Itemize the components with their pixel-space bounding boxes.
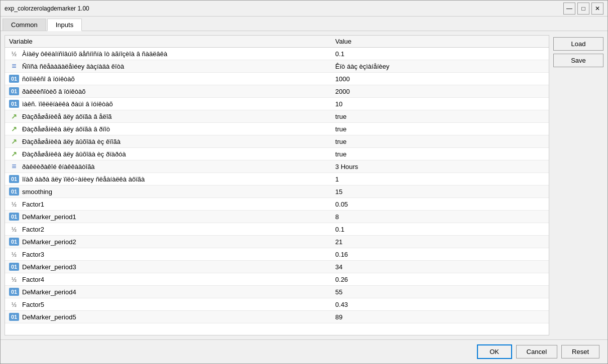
value-cell: true — [331, 123, 549, 135]
var-cell: ≡ Ñïïñà ñëåààäàëåìéey äàçíàäà êïòà — [9, 62, 327, 70]
col-header-value: Value — [331, 36, 549, 48]
var-cell: ½ Factor2 — [9, 225, 327, 233]
arrow-icon: ↗ — [9, 125, 19, 133]
variable-name: DeMarker_period4 — [22, 288, 76, 296]
load-button[interactable]: Load — [553, 37, 603, 51]
variable-name: Factor2 — [22, 226, 44, 233]
int-icon: 01 — [9, 188, 19, 196]
variable-name: DeMarker_period1 — [22, 213, 76, 221]
tab-inputs[interactable]: Inputs — [47, 19, 82, 31]
variables-table: Variable Value ½ Àíàëy ôêëàîíñîâùîõ äåñí… — [5, 36, 549, 323]
table-row[interactable]: ½ Factor1 0.05 — [5, 198, 549, 211]
int-icon: 01 — [9, 213, 19, 221]
cancel-button[interactable]: Cancel — [516, 345, 557, 358]
value-cell: 1 — [331, 173, 549, 186]
var-cell: 01 ìàêñ. ïîêëëíàëêà ðàùì â ïóíêòàõ — [9, 100, 327, 108]
table-row[interactable]: 01 ñòîìëêñî â ïóíêòàõ 1000 — [5, 73, 549, 85]
variable-name: Factor1 — [22, 201, 44, 208]
value-cell: 0.26 — [331, 273, 549, 286]
int-icon: 01 — [9, 263, 19, 271]
maximize-button[interactable]: □ — [577, 3, 589, 15]
close-button[interactable]: ✕ — [591, 3, 603, 15]
value-cell: 55 — [331, 286, 549, 298]
window-title: exp_colorzerolagdemarker 1.00 — [5, 5, 563, 12]
variable-name: Factor5 — [22, 301, 44, 308]
var-cell: ½ Factor1 — [9, 200, 327, 208]
var-cell: 01 ñòîìëêñî â ïóíêòàõ — [9, 75, 327, 83]
value-cell: 0.05 — [331, 198, 549, 211]
table-row[interactable]: 01 DeMarker_period4 55 — [5, 286, 549, 298]
save-button[interactable]: Save — [553, 54, 603, 67]
variable-name: Ðàçðåøåíèêà äëy âûõîäà èç êïîãà — [22, 138, 120, 145]
value-cell: 0.16 — [331, 248, 549, 261]
minimize-button[interactable]: — — [563, 3, 575, 15]
table-row[interactable]: 01 ìàêñ. ïîêëëíàëêà ðàùì â ïóíêòàõ 10 — [5, 98, 549, 110]
arrow-icon: ↗ — [9, 150, 19, 158]
var-cell: 01 DeMarker_period1 — [9, 213, 327, 221]
window-controls: — □ ✕ — [563, 3, 603, 15]
table-row[interactable]: 01 DeMarker_period1 8 — [5, 211, 549, 223]
table-row[interactable]: 01 DeMarker_period5 89 — [5, 311, 549, 323]
value-cell: 10 — [331, 98, 549, 110]
table-row[interactable]: ↗ Ðàçðåøåíèêà äëy áôïãà â ðïîò true — [5, 123, 549, 135]
int-icon: 01 — [9, 238, 19, 246]
table-container[interactable]: Variable Value ½ Àíàëy ôêëàîíñîâùîõ äåñí… — [5, 35, 549, 335]
footer: OK Cancel Reset — [1, 339, 607, 363]
var-cell: 01 DeMarker_period2 — [9, 238, 327, 246]
variable-name: DeMarker_period3 — [22, 263, 76, 271]
var-cell: ≡ ðàêëèðàêîé êíàêêàäòîãà — [9, 162, 327, 170]
value-cell: 89 — [331, 311, 549, 323]
value-cell: 21 — [331, 236, 549, 248]
lines-icon: ≡ — [9, 62, 19, 70]
content-area: Variable Value ½ Àíàëy ôêëàîíñîâùîõ äåñí… — [1, 31, 607, 339]
table-row[interactable]: ≡ Ñïïñà ñëåààäàëåìéey äàçíàäà êïòà Êïò á… — [5, 60, 549, 73]
table-row[interactable]: ½ Factor3 0.16 — [5, 248, 549, 261]
var-cell: ½ Àíàëy ôêëàîíñîâùîõ äåñíîñíà îò àãíîçèî… — [9, 50, 327, 58]
variable-name: Factor4 — [22, 276, 44, 283]
value-cell: Êïò áàç èçìàíåíèey — [331, 60, 549, 73]
value-cell: 3 Hours — [331, 160, 549, 173]
int-icon: 01 — [9, 313, 19, 321]
ok-button[interactable]: OK — [477, 344, 512, 359]
table-row[interactable]: 01 smoothing 15 — [5, 186, 549, 198]
table-row[interactable]: ½ Factor2 0.1 — [5, 223, 549, 236]
table-row[interactable]: 01 DeMarker_period2 21 — [5, 236, 549, 248]
var-cell: ↗ Ðàçðåøåíèêà äëy áôïãà â ðïîò — [9, 125, 327, 133]
table-row[interactable]: ↗ Ðàçðåøåíèêà äëy âûõîäà èç êïîãà true — [5, 135, 549, 148]
half-icon: ½ — [9, 250, 19, 258]
var-cell: 01 ïïàð áàðà äëy ïïëó÷àíèey ñëåàíàëêà àô… — [9, 175, 327, 183]
value-cell: 1000 — [331, 73, 549, 85]
variable-name: smoothing — [22, 188, 52, 196]
tab-common[interactable]: Common — [3, 19, 46, 31]
table-row[interactable]: ≡ ðàêëèðàêîé êíàêêàäòîãà 3 Hours — [5, 160, 549, 173]
tab-bar: Common Inputs — [1, 17, 607, 31]
value-cell: true — [331, 135, 549, 148]
value-cell: 0.1 — [331, 48, 549, 60]
table-row[interactable]: ↗ Ðàçðåøåíèêå äëy áôïãà â åëîã true — [5, 110, 549, 123]
table-row[interactable]: ½ Factor5 0.43 — [5, 298, 549, 311]
var-cell: 01 DeMarker_period3 — [9, 263, 327, 271]
var-cell: ½ Factor4 — [9, 275, 327, 283]
int-icon: 01 — [9, 100, 19, 108]
table-row[interactable]: ½ Àíàëy ôêëàîíñîâùîõ äåñíîñíà îò àãíîçèî… — [5, 48, 549, 60]
table-row[interactable]: ↗ Ðàçðåøåíèêà äëy âûõîäà èç ðïàðóà true — [5, 148, 549, 160]
half-icon: ½ — [9, 50, 19, 58]
table-row[interactable]: 01 ðàêëèñîòèõ â ïóíêòàõ 2000 — [5, 85, 549, 98]
variable-name: Factor3 — [22, 251, 44, 258]
main-window: exp_colorzerolagdemarker 1.00 — □ ✕ Comm… — [0, 0, 608, 364]
var-cell: 01 ðàêëèñîòèõ â ïóíêòàõ — [9, 87, 327, 95]
var-cell: ½ Factor5 — [9, 300, 327, 308]
variable-name: Ðàçðåøåíèêå äëy áôïãà â åëîã — [22, 113, 112, 120]
var-cell: ↗ Ðàçðåøåíèêà äëy âûõîäà èç êïîãà — [9, 137, 327, 145]
table-row[interactable]: 01 ïïàð áàðà äëy ïïëó÷àíèey ñëåàíàëêà àô… — [5, 173, 549, 186]
var-cell: 01 smoothing — [9, 188, 327, 196]
value-cell: 15 — [331, 186, 549, 198]
side-panel: Load Save — [553, 35, 603, 335]
half-icon: ½ — [9, 225, 19, 233]
table-row[interactable]: ½ Factor4 0.26 — [5, 273, 549, 286]
half-icon: ½ — [9, 300, 19, 308]
title-bar: exp_colorzerolagdemarker 1.00 — □ ✕ — [1, 1, 607, 17]
reset-button[interactable]: Reset — [561, 345, 599, 358]
lines-icon: ≡ — [9, 162, 19, 170]
table-row[interactable]: 01 DeMarker_period3 34 — [5, 261, 549, 273]
